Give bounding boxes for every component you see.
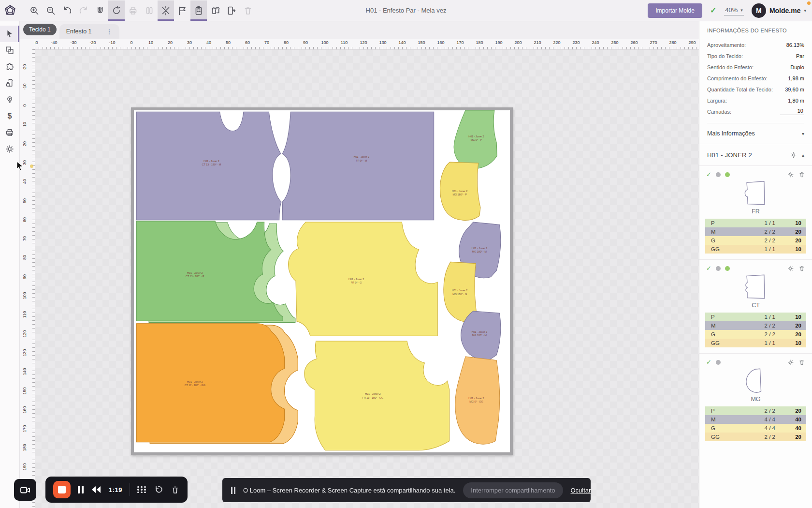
garment-pieces-button[interactable] bbox=[207, 0, 223, 21]
svg-text:H01 - Joner 2: H01 - Joner 2 bbox=[452, 190, 467, 193]
zoom-level-select[interactable]: 40% ▾ bbox=[724, 5, 744, 15]
ruler-label: 120 bbox=[360, 40, 367, 45]
ruler-label: 280 bbox=[669, 40, 676, 45]
select-tool-button[interactable] bbox=[0, 26, 19, 42]
ruler-vertical: -20-100102030405060708090100110120130140… bbox=[19, 49, 35, 508]
fabric-rolls-button[interactable] bbox=[141, 0, 158, 21]
print-marker-button[interactable] bbox=[125, 0, 141, 21]
ruler-label: 230 bbox=[572, 40, 580, 45]
marker-canvas[interactable]: H01 - Joner 2CT 13 · 180° · M H01 - Jone… bbox=[35, 49, 699, 508]
status-dot-green[interactable] bbox=[725, 172, 730, 177]
ruler-label: 130 bbox=[379, 40, 386, 45]
avatar: M bbox=[752, 3, 766, 18]
suggestions-bulb-button[interactable] bbox=[0, 91, 19, 108]
layers-input[interactable]: 10 bbox=[780, 108, 804, 115]
ruler-label: 140 bbox=[398, 40, 406, 45]
size-row: GG2 / 220 bbox=[705, 433, 806, 441]
import-pattern-button[interactable]: Importar Molde bbox=[648, 3, 702, 18]
status-dot-gray[interactable] bbox=[716, 266, 721, 271]
piece-settings-gear-icon[interactable] bbox=[787, 359, 794, 366]
piece-body-orange[interactable] bbox=[136, 324, 284, 442]
piece-body-purple-right[interactable] bbox=[282, 112, 434, 220]
tab-layout[interactable]: Enfesto 1 ⋮ bbox=[59, 24, 119, 39]
tab-fabric[interactable]: Tecido 1 bbox=[23, 24, 57, 35]
frames-tool-button[interactable] bbox=[0, 42, 19, 59]
piece-delete-trash-icon[interactable] bbox=[798, 171, 805, 178]
ruler-label: -20 bbox=[89, 40, 96, 45]
svg-text:MG 180° · M: MG 180° · M bbox=[472, 334, 487, 337]
more-info-toggle[interactable]: Mais Informações ▾ bbox=[707, 123, 804, 144]
sequence-flag-button[interactable] bbox=[174, 0, 190, 21]
pause-recording-button[interactable] bbox=[78, 486, 84, 493]
piece-settings-gear-icon[interactable] bbox=[787, 171, 794, 178]
ruler-horizontal: -50-40-30-20-100102030405060708090100110… bbox=[35, 39, 699, 50]
camera-bubble-button[interactable] bbox=[14, 479, 36, 501]
panel-title: INFORMAÇÕES DO ENFESTO bbox=[707, 28, 804, 33]
svg-text:CT 17 · 180° · GG: CT 17 · 180° · GG bbox=[185, 384, 205, 387]
ruler-label: 0 bbox=[130, 40, 132, 45]
delete-button[interactable] bbox=[240, 0, 256, 21]
piece-delete-trash-icon[interactable] bbox=[798, 265, 805, 272]
info-row: Tipo do Tecido:Par bbox=[707, 50, 804, 61]
divider bbox=[130, 483, 130, 496]
piece-settings-gear-icon[interactable] bbox=[787, 265, 794, 272]
status-dot-green[interactable] bbox=[725, 266, 730, 271]
ruler-corner bbox=[19, 39, 35, 50]
piece-body-green[interactable] bbox=[136, 221, 283, 321]
svg-text:FR 13 · 180° · GG: FR 13 · 180° · GG bbox=[362, 396, 383, 399]
svg-text:CT 13 · 180° · M: CT 13 · 180° · M bbox=[202, 163, 221, 166]
status-dot-gray[interactable] bbox=[716, 172, 721, 177]
rewind-button[interactable] bbox=[91, 486, 102, 493]
zoom-out-button[interactable] bbox=[43, 0, 59, 21]
status-dot-gray[interactable] bbox=[716, 360, 721, 365]
svg-text:H01 - Joner 2: H01 - Joner 2 bbox=[187, 271, 203, 274]
nesting-puzzle-button[interactable] bbox=[0, 59, 19, 75]
ruler-label: 10 bbox=[148, 40, 153, 45]
zoom-in-button[interactable] bbox=[26, 0, 43, 21]
restart-recording-button[interactable] bbox=[154, 485, 163, 494]
svg-text:H01 - Joner 2: H01 - Joner 2 bbox=[354, 155, 369, 158]
collapse-chevron-up-icon[interactable]: ▴ bbox=[802, 152, 804, 158]
svg-text:MG 0° · GG: MG 0° · GG bbox=[469, 400, 483, 403]
piece-enabled-check-icon[interactable]: ✓ bbox=[706, 171, 711, 178]
hide-share-bar-link[interactable]: Ocultar bbox=[571, 487, 591, 494]
piece-delete-trash-icon[interactable] bbox=[798, 359, 805, 366]
group-settings-gear-icon[interactable] bbox=[790, 151, 797, 159]
magnet-snap-button[interactable] bbox=[92, 0, 108, 21]
ruler-label: -10 bbox=[22, 83, 27, 90]
undo-button[interactable] bbox=[59, 0, 75, 21]
ruler-label: 140 bbox=[22, 368, 27, 375]
stop-sharing-button[interactable]: Interromper compartilhamento bbox=[463, 482, 563, 498]
ruler-label: 80 bbox=[284, 40, 289, 45]
info-row-layers: Camadas:10 bbox=[707, 106, 804, 117]
lock-pieces-button[interactable] bbox=[0, 75, 19, 91]
ruler-label: 180 bbox=[22, 444, 27, 451]
ruler-label: 260 bbox=[630, 40, 638, 45]
cut-button[interactable] bbox=[158, 0, 174, 21]
discard-recording-button[interactable] bbox=[171, 485, 180, 494]
ruler-label: 110 bbox=[22, 311, 27, 318]
drawing-tools-button[interactable] bbox=[137, 486, 146, 493]
stop-recording-button[interactable] bbox=[53, 481, 71, 498]
cost-dollar-button[interactable]: $ bbox=[0, 108, 19, 124]
ruler-label: 30 bbox=[22, 160, 27, 165]
tab-menu-icon[interactable]: ⋮ bbox=[106, 28, 113, 35]
ruler-label: 0 bbox=[22, 104, 27, 106]
print-button[interactable] bbox=[0, 124, 19, 141]
ruler-label: 30 bbox=[187, 40, 192, 45]
ruler-label: 10 bbox=[22, 122, 27, 127]
size-row: M2 / 220 bbox=[705, 227, 806, 236]
settings-gear-button[interactable] bbox=[0, 141, 19, 157]
document-title: H01 - Enfesto Par - Meia vez bbox=[366, 7, 447, 14]
ruler-label: 190 bbox=[495, 40, 502, 45]
export-exit-button[interactable] bbox=[223, 0, 240, 21]
clipboard-button[interactable] bbox=[190, 0, 207, 21]
piece-enabled-check-icon[interactable]: ✓ bbox=[706, 265, 711, 272]
account-menu[interactable]: M Molde.me ▾ bbox=[752, 3, 806, 18]
redo-button[interactable] bbox=[75, 0, 92, 21]
size-row: G2 / 220 bbox=[705, 330, 806, 339]
rotate-button[interactable] bbox=[108, 0, 125, 21]
ruler-label: -40 bbox=[51, 40, 57, 45]
ruler-label: 70 bbox=[22, 236, 27, 241]
piece-enabled-check-icon[interactable]: ✓ bbox=[706, 359, 711, 366]
